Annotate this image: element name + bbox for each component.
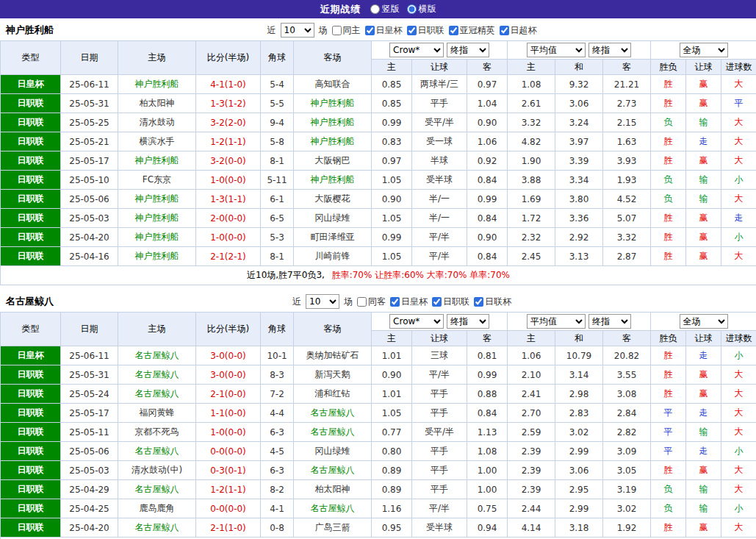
league-filter[interactable]: 日职联	[432, 296, 469, 308]
league-label: 日联杯	[485, 296, 511, 308]
euro-draw-odds: 9.32	[555, 75, 603, 94]
corner-score: 4-1	[261, 499, 294, 518]
asian-final-select[interactable]: 终指	[447, 314, 489, 329]
same-venue-checkbox[interactable]	[357, 297, 367, 307]
euro-away-odds: 2.84	[603, 404, 651, 423]
asian-away-odds: 1.00	[467, 480, 508, 499]
score: 3-0(0-0)	[196, 346, 261, 365]
league-checkbox[interactable]	[474, 297, 483, 307]
euro-away-odds: 1.93	[603, 171, 651, 190]
result-handicap: 赢	[686, 151, 721, 171]
league-filter[interactable]: 日皇杯	[390, 296, 428, 308]
average-select[interactable]: 平均值	[527, 314, 586, 329]
result-win-draw-loss: 负	[651, 499, 686, 518]
league-checkbox[interactable]	[365, 26, 375, 35]
home-team: 神户胜利船	[118, 75, 196, 94]
league-filter[interactable]: 日皇杯	[365, 24, 403, 37]
match-date: 25-05-25	[61, 113, 118, 132]
league-type-badge: 日职联	[1, 480, 61, 499]
home-team: 神户胜利船	[118, 151, 196, 171]
result-goals: 大	[721, 518, 756, 538]
result-handicap: 输	[686, 499, 721, 518]
vertical-layout-radio[interactable]	[370, 4, 380, 14]
result-handicap: 赢	[686, 209, 721, 228]
same-venue-filter[interactable]: 同客	[357, 296, 386, 308]
away-team: 冈山绿雉	[294, 209, 372, 228]
recent-count-select[interactable]: 10	[281, 23, 314, 38]
recent-count-select[interactable]: 10	[306, 294, 339, 309]
euro-home-odds: 2.39	[508, 461, 555, 480]
league-type-badge: 日职联	[1, 423, 61, 442]
league-filter[interactable]: 亚冠精英	[449, 24, 495, 37]
league-checkbox[interactable]	[449, 26, 458, 35]
score: 3-2(0-0)	[196, 151, 261, 171]
league-checkbox[interactable]	[390, 297, 400, 307]
home-team: 横滨水手	[118, 132, 196, 151]
bookmaker-select[interactable]: Crow*	[389, 43, 444, 57]
result-win-draw-loss: 平	[651, 423, 686, 442]
corner-score: 8-3	[261, 365, 294, 385]
recent-suffix-label: 场	[319, 24, 328, 37]
asian-home-odds: 0.90	[372, 365, 412, 385]
match-row: 日职联 25-05-03 神户胜利船 2-0(0-0) 6-5 冈山绿雉 1.0…	[1, 209, 756, 228]
result-goals-header: 进球数	[721, 331, 756, 346]
asian-away-odds: 0.84	[467, 171, 508, 190]
layout-radio-vertical[interactable]: 竖版	[370, 3, 400, 15]
euro-home-odds: 2.39	[508, 480, 555, 499]
euro-away-header: 客	[603, 60, 651, 75]
same-venue-checkbox[interactable]	[332, 26, 342, 35]
asian-handicap: 受一球	[412, 132, 467, 151]
result-handicap: 输	[686, 171, 721, 190]
asian-home-header: 主	[372, 60, 412, 75]
league-filter[interactable]: 日联杯	[474, 296, 511, 308]
home-team: 神户胜利船	[118, 228, 196, 247]
result-win-draw-loss: 胜	[651, 518, 686, 538]
asian-handicap: 平手	[412, 442, 467, 461]
result-wdl-header: 胜负	[651, 331, 686, 346]
corner-score: 8-1	[261, 151, 294, 171]
asian-away-odds: 1.08	[467, 442, 508, 461]
euro-away-odds: 2.87	[603, 247, 651, 266]
score: 1-0(0-0)	[196, 423, 261, 442]
asian-final-select[interactable]: 终指	[447, 43, 489, 57]
home-team: 名古屋鲸八	[118, 385, 196, 404]
league-label: 日职联	[418, 24, 444, 37]
match-row: 日职联 25-05-06 神户胜利船 1-3(1-1) 6-1 大阪樱花 0.9…	[1, 190, 756, 209]
result-win-draw-loss: 负	[651, 190, 686, 209]
col-corner-header: 角球	[261, 41, 294, 75]
match-row: 日职联 25-05-06 名古屋鲸八 0-0(0-0) 4-5 冈山绿雉 0.8…	[1, 442, 756, 461]
match-row: 日职联 25-04-20 名古屋鲸八 2-1(1-0) 0-8 广岛三箭 0.9…	[1, 518, 756, 538]
scope-select[interactable]: 全场	[680, 43, 728, 57]
score: 0-0(0-0)	[196, 442, 261, 461]
away-team: 广岛三箭	[294, 518, 372, 538]
match-row: 日职联 25-05-17 神户胜利船 3-2(0-0) 8-1 大阪钢巴 0.9…	[1, 151, 756, 171]
result-goals: 小	[721, 442, 756, 461]
layout-radio-horizontal[interactable]: 横版	[407, 3, 436, 15]
bookmaker-select[interactable]: Crow*	[389, 314, 444, 329]
match-date: 25-04-20	[61, 518, 118, 538]
filters: 近 10 场 同主 日皇杯日职联亚冠精英日超杯	[267, 23, 537, 38]
result-goals: 大	[721, 132, 756, 151]
euro-final-select[interactable]: 终指	[588, 43, 631, 57]
league-checkbox[interactable]	[500, 26, 509, 35]
result-goals: 大	[721, 404, 756, 423]
euro-final-select[interactable]: 终指	[588, 314, 631, 329]
average-select[interactable]: 平均值	[527, 43, 586, 57]
same-venue-filter[interactable]: 同主	[332, 24, 361, 37]
league-checkbox[interactable]	[432, 297, 442, 307]
asian-handicap: 受半球	[412, 171, 467, 190]
asian-handicap: 受平/半	[412, 423, 467, 442]
euro-draw-odds: 3.36	[555, 209, 603, 228]
euro-away-odds: 3.19	[603, 480, 651, 499]
league-type-badge: 日职联	[1, 461, 61, 480]
league-filter[interactable]: 日超杯	[500, 24, 537, 37]
scope-select[interactable]: 全场	[680, 314, 728, 329]
asian-away-odds: 0.84	[467, 404, 508, 423]
league-checkbox[interactable]	[407, 26, 417, 35]
scope-controls: 全场	[651, 41, 756, 60]
away-team: 神户胜利船	[294, 113, 372, 132]
horizontal-layout-radio[interactable]	[407, 4, 417, 14]
horizontal-layout-label: 横版	[419, 3, 436, 15]
euro-draw-odds: 3.97	[555, 132, 603, 151]
league-filter[interactable]: 日职联	[407, 24, 444, 37]
